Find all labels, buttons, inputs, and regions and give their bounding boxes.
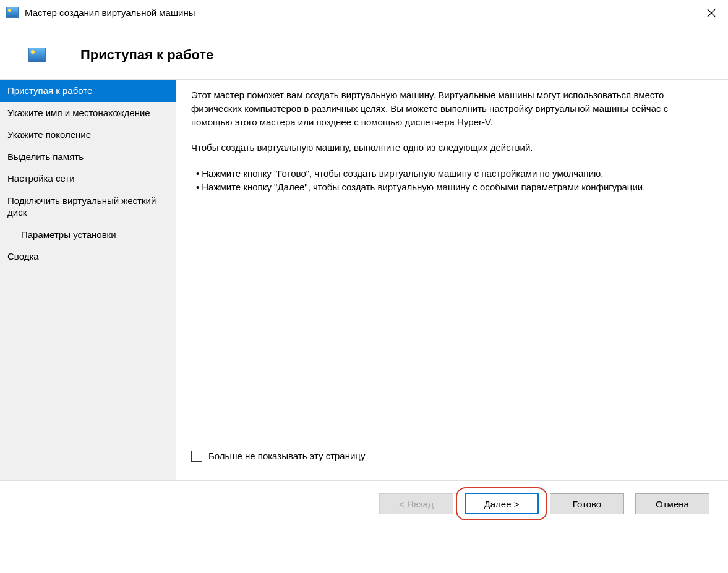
wizard-step-item[interactable]: Подключить виртуальный жесткий диск <box>0 190 176 224</box>
instruction-paragraph: Чтобы создать виртуальную машину, выполн… <box>191 141 711 155</box>
page-title: Приступая к работе <box>80 47 213 63</box>
wizard-body: Приступая к работеУкажите имя и местонах… <box>0 79 728 480</box>
dont-show-again-row: Больше не показывать эту страницу <box>191 449 711 463</box>
wizard-step-item[interactable]: Сводка <box>0 245 176 268</box>
back-button: < Назад <box>379 493 453 514</box>
bullet-dot-icon: • <box>196 180 199 194</box>
cancel-button[interactable]: Отмена <box>635 493 709 514</box>
close-button[interactable] <box>702 4 721 22</box>
wizard-step-item[interactable]: Укажите имя и местонахождение <box>0 102 176 124</box>
wizard-step-item[interactable]: Параметры установки <box>0 224 176 246</box>
bullet-item: • Нажмите кнопку "Готово", чтобы создать… <box>196 167 711 180</box>
wizard-step-item[interactable]: Настройка сети <box>0 168 176 190</box>
bullet-list: • Нажмите кнопку "Готово", чтобы создать… <box>196 167 711 194</box>
titlebar: Мастер создания виртуальной машины <box>0 0 728 25</box>
intro-paragraph: Этот мастер поможет вам создать виртуаль… <box>191 88 711 129</box>
wizard-step-item[interactable]: Укажите поколение <box>0 124 176 146</box>
checkbox-label: Больше не показывать эту страницу <box>208 449 365 463</box>
wizard-step-item[interactable]: Приступая к работе <box>0 80 176 102</box>
next-button[interactable]: Далее > <box>465 493 539 514</box>
close-icon <box>707 9 716 17</box>
window-title: Мастер создания виртуальной машины <box>25 7 195 18</box>
wizard-step-item[interactable]: Выделить память <box>0 146 176 168</box>
dont-show-again-checkbox[interactable] <box>191 451 202 462</box>
wizard-steps-sidebar: Приступая к работеУкажите имя и местонах… <box>0 80 176 480</box>
wizard-header-icon <box>28 48 46 62</box>
bullet-item: • Нажмите кнопку "Далее", чтобы создать … <box>196 180 711 194</box>
bullet-text: Нажмите кнопку "Далее", чтобы создать ви… <box>202 180 645 194</box>
wizard-footer: < Назад Далее > Готово Отмена <box>0 480 728 527</box>
header: Приступая к работе <box>0 25 728 79</box>
wizard-content: Этот мастер поможет вам создать виртуаль… <box>176 80 728 480</box>
finish-button[interactable]: Готово <box>550 493 624 514</box>
wizard-icon <box>6 7 19 18</box>
bullet-dot-icon: • <box>196 167 199 180</box>
bullet-text: Нажмите кнопку "Готово", чтобы создать в… <box>202 167 603 180</box>
